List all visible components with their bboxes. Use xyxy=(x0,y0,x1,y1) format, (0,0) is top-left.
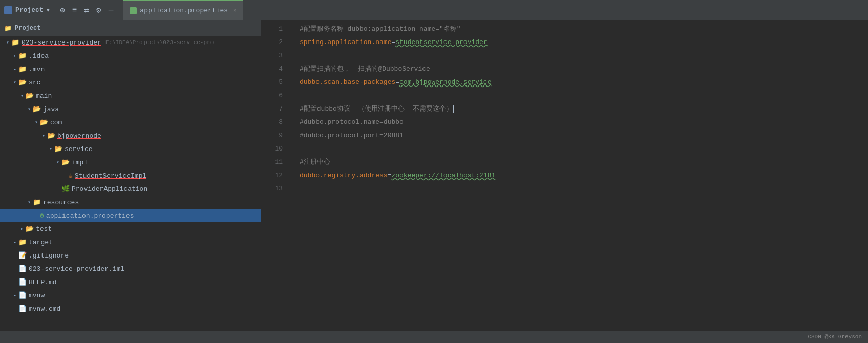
tree-label-mvnwcmd: mvnw.cmd xyxy=(29,305,60,313)
tree-icon-target: 📁 xyxy=(18,238,27,246)
tree-arrow-resources[interactable] xyxy=(26,199,33,205)
tree-arrow-root[interactable] xyxy=(4,39,11,46)
tree-arrow-impl[interactable] xyxy=(54,159,61,165)
tree-icon-appprops: ⚙ xyxy=(40,211,44,220)
properties-file-icon xyxy=(130,7,137,14)
tree-arrow-bjpowernode[interactable] xyxy=(40,133,47,139)
line-number-9: 9 xyxy=(261,129,283,142)
tree-arrow-mvn[interactable] xyxy=(11,66,18,72)
prop-key-2: spring.application.name xyxy=(300,38,391,46)
tree-item-main[interactable]: 📂main xyxy=(0,89,261,102)
tree-item-helpmd[interactable]: 📄HELP.md xyxy=(0,275,261,289)
line-number-10: 10 xyxy=(261,142,283,156)
globe-icon[interactable]: ⊕ xyxy=(60,5,65,15)
status-bar: CSDN @KK-Greyson xyxy=(0,331,868,343)
tree-arrow-target[interactable] xyxy=(11,239,18,245)
code-commented-prop-8: #dubbo.protocol.name=dubbo xyxy=(300,118,404,126)
code-comment-1: #配置服务名称 dubbo:application name="名称" xyxy=(300,25,461,33)
tree-item-service[interactable]: 📂service xyxy=(0,142,261,156)
tree-arrow-test[interactable] xyxy=(18,226,26,232)
sync-icon[interactable]: ⇄ xyxy=(84,5,89,15)
tree-label-resources: resources xyxy=(43,199,79,206)
sidebar-header: 📁 Project xyxy=(0,20,261,36)
code-line-8: #dubbo.protocol.name=dubbo xyxy=(300,116,868,129)
code-line-7: #配置dubbo协议 （使用注册中心 不需要这个） xyxy=(300,102,868,116)
tree-icon-main: 📂 xyxy=(26,92,34,100)
minimize-icon[interactable]: — xyxy=(109,6,114,15)
tree-icon-mvnw: 📄 xyxy=(18,291,27,299)
tree-icon-gitignore: 📝 xyxy=(18,251,27,260)
code-line-3 xyxy=(300,49,868,62)
code-line-2: spring.application.name=studentservice-p… xyxy=(300,36,868,49)
line-number-13: 13 xyxy=(261,182,283,196)
tree-arrow-mvnw[interactable] xyxy=(11,292,18,298)
tree-label-src: src xyxy=(29,79,40,87)
tree-arrow-src[interactable] xyxy=(11,79,18,85)
main-content: 📁 Project 📁023-service-providerE:\IDEA\P… xyxy=(0,20,868,331)
code-commented-prop-9: #dubbo.protocol.port=20881 xyxy=(300,132,404,139)
tree-label-StudentServiceImpl: StudentServiceImpl xyxy=(75,172,146,180)
tree-item-bjpowernode[interactable]: 📂bjpowernode xyxy=(0,129,261,142)
code-line-4: #配置扫描的包， 扫描的@DubboService xyxy=(300,62,868,76)
settings-icon[interactable]: ⚙ xyxy=(96,5,101,15)
project-sidebar: 📁 Project 📁023-service-providerE:\IDEA\P… xyxy=(0,20,261,331)
tab-close-button[interactable]: × xyxy=(233,8,237,14)
code-line-12: dubbo.registry.address=zookeeper://local… xyxy=(300,169,868,182)
tree-icon-idea: 📁 xyxy=(18,52,27,60)
tree-item-target[interactable]: 📁target xyxy=(0,235,261,249)
tree-arrow-java[interactable] xyxy=(26,106,33,112)
tree-item-src[interactable]: 📂src xyxy=(0,76,261,89)
code-comment-7: #配置dubbo协议 （使用注册中心 不需要这个） xyxy=(300,105,453,113)
tree-item-com[interactable]: 📂com xyxy=(0,116,261,129)
tree-label-bjpowernode: bjpowernode xyxy=(57,132,101,140)
editor-tab[interactable]: application.properties × xyxy=(123,0,242,20)
tree-item-mvnw[interactable]: 📄mvnw xyxy=(0,289,261,302)
project-dropdown-icon[interactable]: ▼ xyxy=(47,7,50,13)
tree-item-mvnwcmd[interactable]: 📄mvnw.cmd xyxy=(0,302,261,315)
code-area[interactable]: #配置服务名称 dubbo:application name="名称"sprin… xyxy=(289,20,868,331)
line-numbers: 12345678910111213 xyxy=(261,20,289,331)
project-folder-icon: 📁 xyxy=(4,25,12,32)
line-number-4: 4 xyxy=(261,62,283,76)
tree-icon-com: 📂 xyxy=(40,118,48,126)
tree-arrow-service[interactable] xyxy=(47,146,54,152)
line-number-12: 12 xyxy=(261,169,283,182)
title-bar: Project ▼ ⊕ ≡ ⇄ ⚙ — application.properti… xyxy=(0,0,868,20)
code-line-9: #dubbo.protocol.port=20881 xyxy=(300,129,868,142)
tree-item-resources[interactable]: 📁resources xyxy=(0,196,261,209)
line-number-5: 5 xyxy=(261,76,283,89)
tree-item-impl[interactable]: 📂impl xyxy=(0,156,261,169)
tree-icon-StudentServiceImpl: ☕ xyxy=(69,172,73,180)
tree-item-StudentServiceImpl[interactable]: ☕StudentServiceImpl xyxy=(0,169,261,182)
tree-item-mvn[interactable]: 📁.mvn xyxy=(0,62,261,76)
code-comment-4: #配置扫描的包， 扫描的@DubboService xyxy=(300,65,430,73)
line-number-11: 11 xyxy=(261,156,283,169)
tree-icon-helpmd: 📄 xyxy=(18,278,27,286)
tree-arrow-idea[interactable] xyxy=(11,53,18,59)
tree-icon-impl: 📂 xyxy=(61,158,70,166)
tree-item-ProviderApplication[interactable]: 🌿ProviderApplication xyxy=(0,182,261,196)
tree-icon-mvnwcmd: 📄 xyxy=(18,305,27,313)
tree-label-impl: impl xyxy=(72,159,88,166)
tree-arrow-main[interactable] xyxy=(18,93,26,99)
tree-label-mvn: .mvn xyxy=(29,66,45,73)
tree-item-root[interactable]: 📁023-service-providerE:\IDEA\Projects\02… xyxy=(0,36,261,49)
tree-icon-iml: 📄 xyxy=(18,265,27,273)
list-icon[interactable]: ≡ xyxy=(72,6,77,15)
tree-item-appprops[interactable]: ⚙application.properties xyxy=(0,209,261,222)
tree-item-iml[interactable]: 📄023-service-provider.iml xyxy=(0,262,261,275)
tree-icon-ProviderApplication: 🌿 xyxy=(61,185,70,193)
tree-item-test[interactable]: 📂test xyxy=(0,222,261,235)
tree-item-java[interactable]: 📂java xyxy=(0,102,261,116)
tree-label-appprops: application.properties xyxy=(46,212,134,220)
title-bar-left: Project ▼ xyxy=(4,6,50,14)
editor-content[interactable]: 12345678910111213 #配置服务名称 dubbo:applicat… xyxy=(261,20,868,331)
tree-item-gitignore[interactable]: 📝.gitignore xyxy=(0,249,261,262)
tree-icon-test: 📂 xyxy=(26,225,34,233)
tree-icon-service: 📂 xyxy=(54,145,62,153)
tree-arrow-com[interactable] xyxy=(33,119,40,125)
tree-item-idea[interactable]: 📁.idea xyxy=(0,49,261,62)
tree-label-gitignore: .gitignore xyxy=(29,252,69,260)
editor-panel[interactable]: 12345678910111213 #配置服务名称 dubbo:applicat… xyxy=(261,20,868,331)
tree-label-java: java xyxy=(43,105,59,113)
